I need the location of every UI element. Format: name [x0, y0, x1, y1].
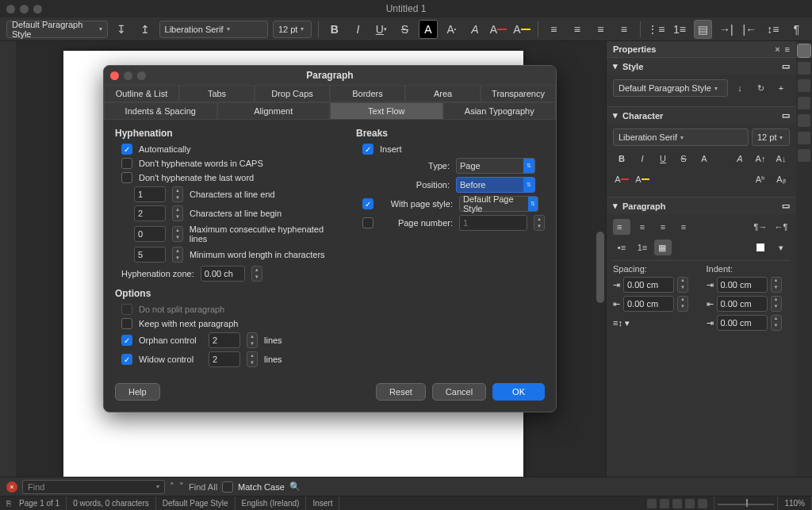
vertical-scrollbar[interactable]	[595, 41, 606, 477]
number-list-icon[interactable]: 1≡	[670, 20, 689, 39]
decrease-indent-icon[interactable]: |←	[741, 20, 760, 39]
styles-tab-icon[interactable]	[798, 62, 810, 75]
spinner[interactable]: ▲▼	[677, 296, 688, 312]
tab-indents-spacing[interactable]: Indents & Spacing	[104, 102, 217, 120]
spinner[interactable]: ▲▼	[172, 205, 183, 221]
language-status[interactable]: English (Ireland)	[236, 497, 307, 510]
spinner[interactable]: ▲▼	[247, 351, 258, 367]
font-color-icon[interactable]: A	[489, 20, 508, 39]
auto-checkbox[interactable]: ✓	[121, 144, 132, 155]
page-style-checkbox[interactable]: ✓	[362, 198, 373, 209]
spinner[interactable]: ▲▼	[247, 332, 258, 348]
tab-borders[interactable]: Borders	[330, 85, 405, 102]
edit-style-icon[interactable]: ↻	[752, 80, 769, 96]
type-select[interactable]: Page⇅	[456, 158, 535, 174]
style-section-header[interactable]: ▾Style▭	[607, 58, 796, 75]
character-section-header[interactable]: ▾Character▭	[607, 107, 796, 124]
paragraph-style-combo[interactable]: Default Paragraph Style▾	[6, 21, 108, 38]
widow-input[interactable]	[209, 351, 240, 367]
line-begin-input[interactable]	[134, 205, 166, 221]
number-icon[interactable]: 1≡	[634, 240, 651, 255]
style-combo[interactable]: Default Paragraph Style▾	[613, 79, 728, 97]
tab-alignment[interactable]: Alignment	[217, 102, 331, 120]
word-count-status[interactable]: 0 words, 0 characters	[67, 497, 156, 510]
spinner[interactable]: ▲▼	[771, 277, 782, 293]
new-style-icon[interactable]: ↥	[136, 20, 155, 39]
shrink-font-icon[interactable]: A↓	[772, 151, 790, 167]
tab-area[interactable]: Area	[405, 85, 481, 102]
widow-checkbox[interactable]: ✓	[121, 354, 132, 365]
indent-first-input[interactable]	[717, 315, 768, 331]
ltr-icon[interactable]: ¶→	[752, 219, 769, 235]
italic-icon[interactable]: I	[634, 151, 651, 167]
close-icon[interactable]	[110, 71, 119, 80]
font-size-combo[interactable]: 12 pt▾	[273, 21, 312, 38]
font-color-icon[interactable]: A	[613, 171, 630, 187]
highlight-color-icon[interactable]: A	[512, 20, 531, 39]
align-justify-icon[interactable]: ≡	[615, 20, 634, 39]
properties-tab-icon[interactable]	[798, 44, 810, 57]
line-end-input[interactable]	[134, 186, 166, 202]
update-style-icon[interactable]: ↓	[731, 80, 749, 96]
italic-icon[interactable]: I	[349, 20, 368, 39]
grow-font-icon[interactable]: A↑	[752, 151, 769, 167]
bullet-icon[interactable]: •≡	[613, 240, 630, 255]
window-traffic-lights[interactable]	[6, 5, 42, 13]
para-spacing-icon[interactable]: ¶	[787, 20, 806, 39]
align-center-icon[interactable]: ≡	[634, 219, 651, 235]
font-name-combo[interactable]: Liberation Serif▾	[159, 21, 268, 38]
paragraph-section-header[interactable]: ▾Paragraph▭	[607, 197, 796, 214]
find-prev-icon[interactable]: ˄	[170, 481, 174, 492]
tab-tabs[interactable]: Tabs	[179, 85, 255, 102]
page-style-select[interactable]: Default Page Style⇅	[459, 196, 538, 212]
increase-indent-icon[interactable]: →|	[717, 20, 736, 39]
sidebar-menu-icon[interactable]: ≡	[785, 44, 790, 54]
align-right-icon[interactable]: ≡	[654, 219, 672, 235]
tab-asian-typography[interactable]: Asian Typography	[443, 102, 557, 120]
find-all-button[interactable]: Find All	[189, 482, 217, 492]
spinner[interactable]: ▲▼	[677, 277, 688, 293]
char-font-combo[interactable]: Liberation Serif▾	[613, 128, 749, 146]
zoom-slider[interactable]	[714, 497, 778, 510]
bold-icon[interactable]: B	[613, 151, 630, 167]
caps-checkbox[interactable]	[121, 158, 132, 169]
underline-icon[interactable]: U	[654, 151, 672, 167]
spinner[interactable]: ▲▼	[172, 247, 183, 263]
orphan-checkbox[interactable]: ✓	[121, 335, 132, 346]
reset-button[interactable]: Reset	[376, 383, 426, 401]
highlight-char-icon[interactable]: A	[419, 20, 438, 39]
inspect-tab-icon[interactable]	[798, 132, 810, 144]
spinner[interactable]: ▲▼	[251, 266, 262, 282]
update-style-icon[interactable]: ↧	[113, 20, 132, 39]
min-word-input[interactable]	[134, 247, 166, 263]
para-bg-drop-icon[interactable]: ▾	[772, 240, 790, 255]
space-below-input[interactable]	[623, 296, 674, 312]
sub-icon[interactable]: Aᵦ	[772, 171, 790, 187]
bullet-list-icon[interactable]: ⋮≡	[647, 20, 666, 39]
spinner[interactable]: ▲▼	[771, 296, 782, 312]
tab-drop-caps[interactable]: Drop Caps	[255, 85, 330, 102]
page-style-status[interactable]: Default Page Style	[156, 497, 236, 510]
subscript-icon[interactable]: A	[465, 20, 485, 39]
rtl-icon[interactable]: ←¶	[772, 219, 790, 235]
superscript-icon[interactable]: A•	[442, 20, 462, 39]
last-word-checkbox[interactable]	[121, 172, 132, 183]
tab-outline-list[interactable]: Outline & List	[104, 85, 179, 102]
find-next-icon[interactable]: ˅	[179, 481, 184, 492]
indent-before-input[interactable]	[717, 277, 768, 293]
zone-input[interactable]	[201, 266, 245, 282]
align-center-icon[interactable]: ≡	[568, 20, 587, 39]
para-bg-icon[interactable]	[752, 240, 769, 255]
max-hyphen-input[interactable]	[134, 226, 166, 242]
help-button[interactable]: Help	[115, 383, 160, 401]
cancel-button[interactable]: Cancel	[432, 383, 486, 401]
char-size-combo[interactable]: 12 pt▾	[752, 128, 790, 146]
indent-after-input[interactable]	[717, 296, 768, 312]
line-spacing-icon[interactable]: ↕≡	[764, 20, 783, 39]
underline-icon[interactable]: U▾	[372, 20, 391, 39]
align-left-icon[interactable]: ≡	[545, 20, 564, 39]
spinner[interactable]: ▲▼	[172, 186, 183, 202]
find-input[interactable]: Find▾	[22, 480, 165, 494]
super-icon[interactable]: Aᵇ	[752, 171, 769, 187]
bold-icon[interactable]: B	[325, 20, 344, 39]
